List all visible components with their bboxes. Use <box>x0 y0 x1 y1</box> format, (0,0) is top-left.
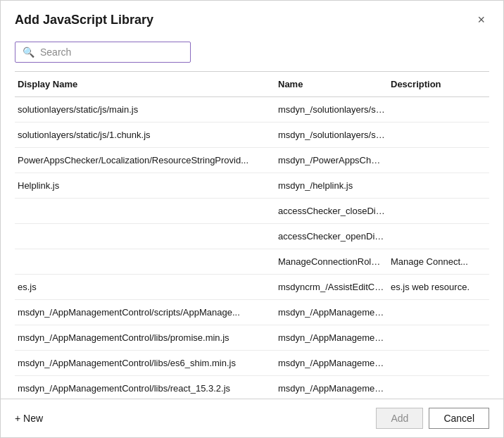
search-container: 🔍 <box>1 36 503 71</box>
cell-name: msdyn_/helplink.js <box>275 176 388 195</box>
cell-display-name <box>15 207 275 215</box>
search-input-wrapper: 🔍 <box>15 42 191 63</box>
cell-description <box>388 334 489 342</box>
cell-display-name: solutionlayers/static/js/1.chunk.js <box>15 125 275 144</box>
table-header: Display Name Name Description <box>15 72 489 97</box>
cell-description <box>388 207 489 215</box>
header-name: Name <box>275 77 388 91</box>
cancel-button[interactable]: Cancel <box>429 408 489 429</box>
add-javascript-library-dialog: Add JavaScript Library × 🔍 Display Name … <box>0 0 504 438</box>
cell-name: msdyn_/AppManagement... <box>275 303 388 322</box>
cell-name: msdyn_/AppManagement... <box>275 353 388 373</box>
table-row[interactable]: accessChecker_closeDialo... <box>15 199 489 224</box>
header-description: Description <box>388 77 489 91</box>
cell-name: accessChecker_closeDialo... <box>275 201 388 220</box>
cell-display-name: es.js <box>15 277 275 296</box>
cell-display-name: Helplink.js <box>15 176 275 195</box>
cell-description: Manage Connect... <box>388 252 489 271</box>
cell-description <box>388 308 489 317</box>
cell-display-name: msdyn_/AppManagementControl/libs/promise… <box>15 328 275 347</box>
table-row[interactable]: msdyn_/AppManagementControl/scripts/AppM… <box>15 300 489 325</box>
table-row[interactable]: PowerAppsChecker/Localization/ResourceSt… <box>15 148 489 173</box>
search-icon: 🔍 <box>23 46 34 58</box>
cell-description <box>388 384 489 393</box>
table-row[interactable]: msdyn_/AppManagementControl/libs/promise… <box>15 325 489 351</box>
cell-display-name <box>15 258 275 266</box>
cell-display-name: solutionlayers/static/js/main.js <box>15 100 275 119</box>
cell-display-name: msdyn_/AppManagementControl/scripts/AppM… <box>15 303 275 322</box>
table-row[interactable]: solutionlayers/static/js/1.chunk.jsmsdyn… <box>15 123 489 148</box>
cell-name: msdyn_/AppManagement... <box>275 379 388 398</box>
table-row[interactable]: msdyn_/AppManagementControl/libs/react_1… <box>15 376 489 399</box>
table-row[interactable]: es.jsmsdyncrm_/AssistEditCon...es.js web… <box>15 275 489 300</box>
cell-description <box>388 106 489 114</box>
cell-name: accessChecker_openDialo... <box>275 227 388 246</box>
header-display-name: Display Name <box>15 77 275 91</box>
search-input[interactable] <box>40 46 183 58</box>
add-button[interactable]: Add <box>376 408 423 429</box>
cell-description <box>388 131 489 139</box>
cell-display-name <box>15 232 275 241</box>
table-row[interactable]: Helplink.jsmsdyn_/helplink.js <box>15 173 489 199</box>
table-row[interactable]: msdyn_/AppManagementControl/libs/es6_shi… <box>15 351 489 376</box>
cell-description <box>388 232 489 241</box>
dialog-header: Add JavaScript Library × <box>1 1 503 36</box>
cell-description <box>388 156 489 165</box>
cell-display-name: msdyn_/AppManagementControl/libs/react_1… <box>15 379 275 398</box>
cell-display-name: PowerAppsChecker/Localization/ResourceSt… <box>15 151 275 170</box>
table-container: Display Name Name Description solutionla… <box>15 71 489 399</box>
cell-description: es.js web resource. <box>388 277 489 296</box>
cell-description <box>388 182 489 190</box>
table-row[interactable]: accessChecker_openDialo... <box>15 224 489 249</box>
table-row[interactable]: solutionlayers/static/js/main.jsmsdyn_/s… <box>15 97 489 123</box>
cell-name: msdyn_/solutionlayers/sta... <box>275 100 388 119</box>
table-body: solutionlayers/static/js/main.jsmsdyn_/s… <box>15 97 489 399</box>
cell-description <box>388 359 489 368</box>
cell-name: msdyncrm_/AssistEditCon... <box>275 277 388 296</box>
new-button[interactable]: + New <box>15 413 43 424</box>
dialog-footer: + New Add Cancel <box>1 399 503 437</box>
cell-display-name: msdyn_/AppManagementControl/libs/es6_shi… <box>15 353 275 373</box>
cell-name: msdyn_/solutionlayers/sta... <box>275 125 388 144</box>
table-row[interactable]: ManageConnectionRoles...Manage Connect..… <box>15 249 489 275</box>
cell-name: ManageConnectionRoles... <box>275 252 388 271</box>
dialog-title: Add JavaScript Library <box>15 13 153 27</box>
footer-buttons: Add Cancel <box>376 408 489 429</box>
cell-name: msdyn_/PowerAppsCheck... <box>275 151 388 170</box>
close-button[interactable]: × <box>473 12 489 27</box>
cell-name: msdyn_/AppManagement... <box>275 328 388 347</box>
